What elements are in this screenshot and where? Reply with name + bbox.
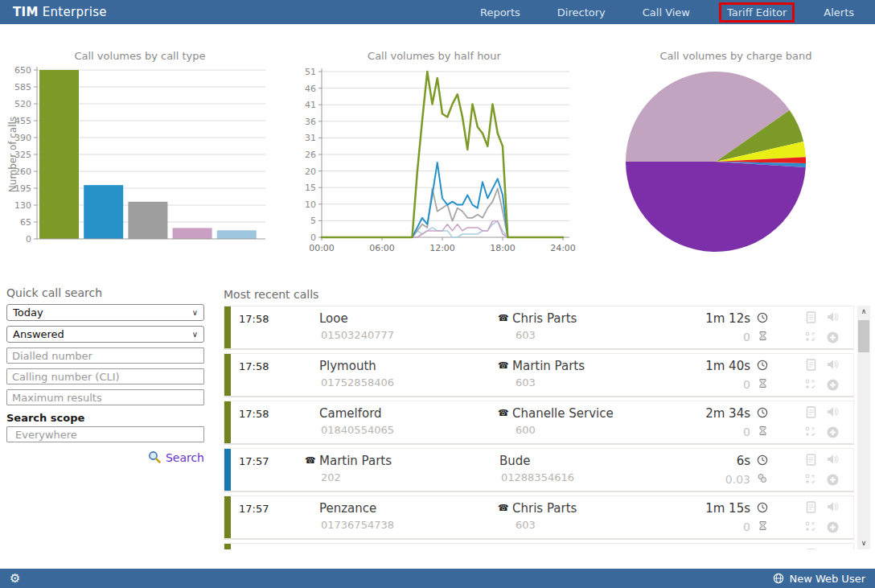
- call-row[interactable]: 17:56 ☎ ☎: [224, 543, 854, 549]
- document-icon[interactable]: [806, 406, 816, 418]
- call-time: 17:58: [239, 408, 269, 420]
- add-icon[interactable]: [827, 521, 839, 533]
- call-cost: 0: [743, 520, 750, 533]
- call-from-name: Martin Parts: [319, 454, 392, 468]
- add-icon[interactable]: [827, 331, 839, 343]
- recent-calls-scrollbar[interactable]: ∧ ∨: [857, 306, 870, 549]
- add-icon[interactable]: [827, 379, 839, 391]
- max-results-input[interactable]: [6, 389, 204, 405]
- phone-icon: ☎: [498, 313, 509, 323]
- document-icon[interactable]: [806, 311, 816, 323]
- call-flags-icon[interactable]: [805, 521, 816, 532]
- clock-icon: [757, 312, 768, 323]
- call-from-number: 01503240777: [321, 329, 394, 341]
- add-icon[interactable]: [827, 426, 839, 438]
- gear-icon[interactable]: ⚙: [10, 569, 20, 588]
- call-from-number: 01736754738: [321, 519, 394, 531]
- speaker-icon[interactable]: [827, 311, 839, 323]
- call-from-number: 202: [321, 471, 341, 483]
- call-cost: 0.03: [725, 473, 750, 486]
- scrollbar-thumb[interactable]: [858, 320, 869, 352]
- phone-icon: ☎: [498, 408, 509, 418]
- call-time: 17:57: [239, 503, 269, 515]
- svg-text:18:00: 18:00: [490, 243, 516, 253]
- period-select-value: Today: [13, 306, 43, 319]
- svg-text:5: 5: [310, 216, 316, 226]
- call-direction-bar: [224, 354, 231, 396]
- search-button[interactable]: Search: [6, 450, 204, 464]
- search-icon: [148, 450, 162, 464]
- svg-text:36: 36: [305, 117, 316, 127]
- svg-text:00:00: 00:00: [309, 243, 335, 253]
- call-flags-icon[interactable]: [805, 331, 816, 342]
- document-icon[interactable]: [806, 549, 816, 549]
- call-flags-icon[interactable]: [805, 379, 816, 389]
- svg-text:10: 10: [305, 199, 316, 210]
- speaker-icon[interactable]: [827, 406, 839, 417]
- period-select[interactable]: Today ∨: [6, 304, 204, 321]
- chevron-down-icon: ∨: [192, 308, 198, 317]
- svg-text:12:00: 12:00: [429, 243, 455, 253]
- search-scope-input[interactable]: [6, 426, 204, 442]
- speaker-icon[interactable]: [827, 359, 839, 370]
- call-cost: 0: [743, 378, 750, 391]
- half-hour-line-chart: Call volumes by half hour 05101520263136…: [291, 47, 577, 262]
- new-web-user-button[interactable]: New Web User: [773, 573, 865, 585]
- call-row[interactable]: 17:58 ☎ Camelford 01840554065 ☎ Chanelle…: [224, 401, 854, 445]
- document-icon[interactable]: [806, 359, 816, 371]
- dialled-number-input[interactable]: [6, 347, 204, 364]
- search-button-label: Search: [166, 451, 204, 464]
- clock-icon: [757, 502, 768, 513]
- call-row[interactable]: 17:57 ☎ Martin Parts 202 ☎ Bude 01288354…: [224, 448, 854, 492]
- call-to-name: Chanelle Service: [512, 406, 614, 421]
- nav-tariff-editor[interactable]: Tariff Editor: [719, 2, 795, 23]
- bar-chart-title: Call volumes by call type: [6, 47, 273, 62]
- nav-alerts[interactable]: Alerts: [824, 6, 854, 19]
- call-direction-bar: [224, 544, 231, 549]
- quick-call-search-panel: Quick call search Today ∨ Answered ∨ Sea…: [6, 286, 204, 464]
- nav-directory[interactable]: Directory: [557, 6, 606, 19]
- document-icon[interactable]: [806, 501, 816, 513]
- svg-text:15: 15: [305, 183, 316, 193]
- line-chart-title: Call volumes by half hour: [291, 47, 577, 62]
- call-time: 17:57: [239, 455, 269, 467]
- line-chart-plot: 0510152026313641465100:0006:0012:0018:00…: [291, 62, 577, 258]
- search-scope-label: Search scope: [6, 412, 204, 424]
- speaker-icon[interactable]: [827, 549, 839, 549]
- scroll-down-icon[interactable]: ∨: [857, 537, 870, 549]
- call-duration: 6s: [737, 454, 750, 468]
- call-time: 17:58: [239, 313, 269, 325]
- call-row[interactable]: 17:57 ☎ Penzance 01736754738 ☎ Chris Par…: [224, 495, 854, 540]
- charge-band-pie-chart: Call volumes by charge band: [599, 47, 873, 265]
- call-flags-icon[interactable]: [805, 474, 816, 484]
- header-bar: TIMEnterprise Reports Directory Call Vie…: [0, 0, 875, 24]
- phone-icon: ☎: [498, 503, 509, 513]
- document-icon[interactable]: [806, 454, 816, 466]
- hourglass-icon: [758, 331, 767, 341]
- speaker-icon[interactable]: [827, 454, 839, 465]
- svg-text:65: 65: [20, 217, 31, 228]
- nav-reports[interactable]: Reports: [480, 6, 520, 19]
- chevron-down-icon: ∨: [192, 330, 198, 339]
- add-icon[interactable]: [827, 474, 839, 486]
- nav-call-view[interactable]: Call View: [643, 6, 690, 19]
- call-row[interactable]: 17:58 ☎ Looe 01503240777 ☎ Chris Parts 6…: [224, 306, 854, 350]
- call-to-name: Chris Parts: [512, 311, 577, 326]
- app-logo-bold: TIM: [13, 5, 39, 19]
- call-direction-bar: [224, 449, 231, 491]
- speaker-icon[interactable]: [827, 501, 839, 512]
- app-logo-rest: Enterprise: [43, 5, 107, 19]
- footer-bar: ⚙ New Web User: [0, 569, 875, 588]
- call-time: 17:58: [239, 360, 269, 372]
- call-from-name: Penzance: [319, 501, 376, 516]
- call-cost: 0: [743, 426, 750, 438]
- call-status-select[interactable]: Answered ∨: [6, 326, 204, 343]
- calling-number-input[interactable]: [6, 368, 204, 384]
- call-row[interactable]: 17:58 ☎ Plymouth 01752858406 ☎ Martin Pa…: [224, 353, 854, 397]
- svg-text:51: 51: [305, 67, 316, 77]
- call-flags-icon[interactable]: [805, 426, 816, 437]
- svg-text:20: 20: [305, 167, 316, 177]
- scroll-up-icon[interactable]: ∧: [857, 306, 870, 318]
- call-from-name: Plymouth: [319, 359, 376, 373]
- call-to-number: 603: [516, 329, 536, 341]
